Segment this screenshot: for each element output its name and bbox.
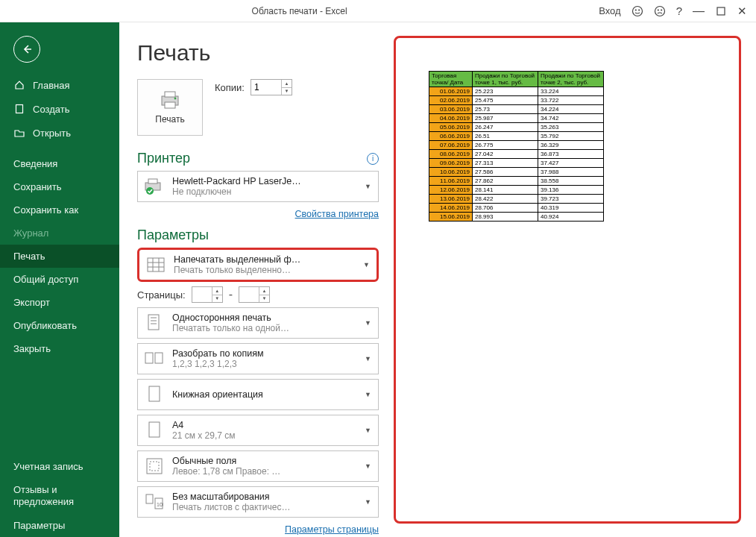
chevron-down-icon: ▼: [365, 319, 372, 327]
svg-rect-27: [149, 422, 160, 437]
nav-new[interactable]: Создать: [0, 97, 119, 121]
help-icon[interactable]: ?: [676, 4, 682, 17]
svg-rect-9: [165, 92, 175, 97]
nav-open[interactable]: Открыть: [0, 121, 119, 145]
sides-dropdown[interactable]: Односторонняя печатьПечатать только на о…: [137, 307, 379, 339]
window-title: Область печати - Excel: [0, 6, 599, 16]
frown-icon[interactable]: [654, 5, 666, 17]
orientation-dropdown[interactable]: Книжная ориентация ▼: [137, 379, 379, 410]
nav-print[interactable]: Печать: [0, 245, 119, 268]
collate-icon: [144, 348, 165, 369]
nav-history: Журнал: [0, 222, 119, 245]
print-panel: Печать Печать Копии: ▲▼ Принтер i: [119, 22, 388, 537]
svg-rect-7: [16, 105, 23, 113]
svg-rect-6: [717, 7, 725, 15]
preview-table: Торговая точка/ ДатаПродажи по Торговой …: [429, 71, 604, 222]
svg-rect-20: [148, 315, 159, 330]
portrait-icon: [144, 384, 165, 405]
pages-from[interactable]: ▲▼: [192, 286, 223, 303]
svg-point-5: [661, 10, 661, 10]
chevron-down-icon: ▼: [365, 355, 372, 362]
svg-rect-13: [148, 179, 157, 183]
collate-dropdown[interactable]: Разобрать по копиям1,2,3 1,2,3 1,2,3 ▼: [137, 343, 379, 374]
scaling-dropdown[interactable]: 100 Без масштабированияПечать листов с ф…: [137, 486, 379, 518]
svg-rect-30: [146, 494, 153, 503]
copies-label: Копии:: [215, 82, 245, 93]
margins-icon: [144, 456, 165, 477]
chevron-down-icon: ▼: [365, 427, 372, 434]
svg-point-4: [658, 10, 658, 10]
preview-highlight: Торговая точка/ ДатаПродажи по Торговой …: [394, 36, 741, 524]
printer-heading: Принтер: [137, 151, 190, 166]
minimize-icon[interactable]: —: [693, 4, 705, 18]
svg-text:100: 100: [157, 502, 163, 507]
svg-rect-29: [150, 462, 159, 471]
svg-point-2: [638, 10, 639, 10]
nav-save[interactable]: Сохранить: [0, 175, 119, 198]
print-button[interactable]: Печать: [137, 79, 203, 136]
svg-point-14: [146, 187, 154, 195]
titlebar: Область печати - Excel Вход ? — ✕: [0, 0, 756, 22]
printer-icon: [159, 90, 181, 110]
svg-point-3: [655, 6, 664, 16]
svg-rect-25: [155, 353, 163, 363]
open-icon: [13, 127, 25, 139]
printer-status-icon: [144, 176, 165, 197]
nav-options[interactable]: Параметры: [0, 514, 119, 537]
page-title: Печать: [137, 40, 379, 66]
print-what-dropdown[interactable]: Напечатать выделенный ф…Печать только вы…: [137, 248, 379, 282]
close-icon[interactable]: ✕: [737, 4, 747, 18]
svg-point-11: [174, 98, 177, 100]
back-button[interactable]: [13, 36, 40, 63]
svg-rect-26: [149, 386, 160, 401]
preview-page: Торговая точка/ ДатаПродажи по Торговой …: [402, 44, 733, 515]
nav-info[interactable]: Сведения: [0, 152, 119, 175]
pages-to[interactable]: ▲▼: [239, 286, 270, 303]
nav-export[interactable]: Экспорт: [0, 291, 119, 314]
copies-input[interactable]: [251, 80, 281, 95]
margins-dropdown[interactable]: Обычные поляЛевое: 1,78 см Правое: … ▼: [137, 450, 379, 482]
nav-home[interactable]: Главная: [0, 73, 119, 97]
svg-rect-24: [145, 353, 153, 363]
info-icon[interactable]: i: [367, 153, 379, 165]
svg-point-1: [635, 10, 636, 10]
svg-rect-10: [165, 102, 175, 108]
login-link[interactable]: Вход: [599, 5, 620, 16]
printer-dropdown[interactable]: Hewlett-Packard HP LaserJe…Не подключен …: [137, 171, 379, 202]
page-icon: [144, 313, 165, 333]
nav-account[interactable]: Учетная запись: [0, 455, 119, 478]
nav-feedback[interactable]: Отзывы и предложения: [0, 478, 119, 515]
chevron-down-icon: ▼: [363, 261, 371, 268]
home-icon: [13, 79, 25, 91]
spin-up[interactable]: ▲: [282, 80, 292, 88]
nav-close[interactable]: Закрыть: [0, 337, 119, 360]
svg-rect-15: [148, 258, 164, 271]
printer-properties-link[interactable]: Свойства принтера: [295, 209, 379, 219]
chevron-down-icon: ▼: [365, 498, 372, 506]
page-setup-link[interactable]: Параметры страницы: [285, 524, 379, 535]
chevron-down-icon: ▼: [365, 391, 372, 398]
nav-share[interactable]: Общий доступ: [0, 268, 119, 291]
print-preview: Торговая точка/ ДатаПродажи по Торговой …: [388, 22, 756, 537]
copies-spinner[interactable]: ▲▼: [251, 79, 292, 95]
chevron-down-icon: ▼: [365, 462, 372, 470]
scaling-icon: 100: [144, 492, 165, 512]
nav-publish[interactable]: Опубликовать: [0, 314, 119, 337]
smile-icon[interactable]: [631, 5, 643, 17]
nav-saveas[interactable]: Сохранить как: [0, 198, 119, 222]
new-icon: [13, 103, 25, 115]
grid-icon: [145, 254, 166, 275]
sidebar: Главная Создать Открыть Сведения Сохрани…: [0, 22, 119, 537]
svg-point-0: [632, 6, 642, 16]
chevron-down-icon: ▼: [365, 183, 372, 190]
pages-label: Страницы:: [137, 289, 186, 301]
maximize-icon[interactable]: [715, 5, 727, 17]
spin-down[interactable]: ▼: [282, 88, 292, 95]
page-size-icon: [144, 420, 165, 441]
size-dropdown[interactable]: A421 см x 29,7 см ▼: [137, 415, 379, 446]
settings-heading: Параметры: [137, 227, 209, 243]
